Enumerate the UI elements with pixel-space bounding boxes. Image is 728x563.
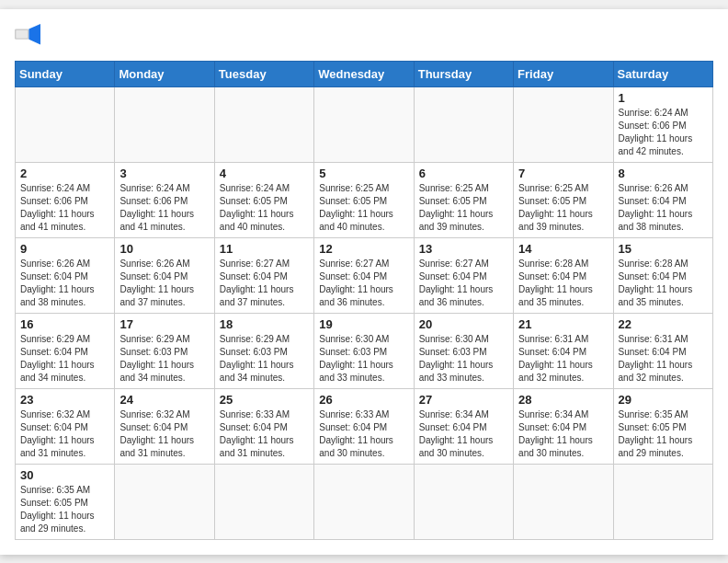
day-cell: 26Sunrise: 6:33 AM Sunset: 6:04 PM Dayli…	[314, 388, 414, 464]
day-cell: 11Sunrise: 6:27 AM Sunset: 6:04 PM Dayli…	[214, 237, 313, 313]
day-info: Sunrise: 6:35 AM Sunset: 6:05 PM Dayligh…	[20, 484, 109, 535]
day-cell: 29Sunrise: 6:35 AM Sunset: 6:05 PM Dayli…	[613, 388, 712, 464]
day-number: 15	[619, 242, 708, 256]
day-info: Sunrise: 6:27 AM Sunset: 6:04 PM Dayligh…	[319, 258, 408, 309]
day-info: Sunrise: 6:30 AM Sunset: 6:03 PM Dayligh…	[319, 333, 408, 385]
week-row-3: 9Sunrise: 6:26 AM Sunset: 6:04 PM Daylig…	[16, 237, 713, 313]
day-info: Sunrise: 6:32 AM Sunset: 6:04 PM Dayligh…	[119, 408, 209, 460]
day-cell: 25Sunrise: 6:33 AM Sunset: 6:04 PM Dayli…	[214, 388, 313, 464]
day-cell: 8Sunrise: 6:26 AM Sunset: 6:04 PM Daylig…	[613, 162, 712, 237]
calendar-container: SundayMondayTuesdayWednesdayThursdayFrid…	[0, 9, 728, 555]
day-number: 8	[619, 167, 708, 180]
day-info: Sunrise: 6:34 AM Sunset: 6:04 PM Dayligh…	[419, 408, 508, 460]
day-cell: 7Sunrise: 6:25 AM Sunset: 6:05 PM Daylig…	[514, 162, 613, 237]
day-info: Sunrise: 6:31 AM Sunset: 6:04 PM Dayligh…	[619, 333, 708, 385]
day-cell	[16, 86, 115, 162]
day-cell	[314, 86, 414, 162]
day-cell: 2Sunrise: 6:24 AM Sunset: 6:06 PM Daylig…	[16, 162, 115, 237]
day-info: Sunrise: 6:24 AM Sunset: 6:06 PM Dayligh…	[119, 182, 209, 234]
day-cell: 1Sunrise: 6:24 AM Sunset: 6:06 PM Daylig…	[613, 86, 712, 162]
week-row-4: 16Sunrise: 6:29 AM Sunset: 6:04 PM Dayli…	[16, 313, 713, 388]
day-number: 7	[518, 167, 608, 180]
day-info: Sunrise: 6:33 AM Sunset: 6:04 PM Dayligh…	[220, 408, 309, 460]
day-info: Sunrise: 6:28 AM Sunset: 6:04 PM Dayligh…	[518, 258, 608, 309]
day-cell: 15Sunrise: 6:28 AM Sunset: 6:04 PM Dayli…	[613, 237, 712, 313]
day-number: 22	[619, 317, 708, 331]
calendar-thead: SundayMondayTuesdayWednesdayThursdayFrid…	[16, 61, 713, 86]
weekday-header-monday: Monday	[115, 61, 214, 86]
day-info: Sunrise: 6:29 AM Sunset: 6:04 PM Dayligh…	[20, 333, 109, 385]
day-info: Sunrise: 6:24 AM Sunset: 6:06 PM Dayligh…	[619, 107, 708, 158]
day-cell	[613, 464, 712, 539]
day-cell	[514, 464, 613, 539]
day-number: 6	[419, 167, 508, 180]
svg-rect-2	[16, 30, 28, 38]
day-number: 30	[20, 468, 109, 482]
day-cell: 14Sunrise: 6:28 AM Sunset: 6:04 PM Dayli…	[514, 237, 613, 313]
day-number: 4	[220, 167, 309, 180]
week-row-1: 1Sunrise: 6:24 AM Sunset: 6:06 PM Daylig…	[16, 86, 713, 162]
day-cell: 27Sunrise: 6:34 AM Sunset: 6:04 PM Dayli…	[414, 388, 513, 464]
day-info: Sunrise: 6:29 AM Sunset: 6:03 PM Dayligh…	[220, 333, 309, 385]
day-info: Sunrise: 6:30 AM Sunset: 6:03 PM Dayligh…	[419, 333, 508, 385]
day-cell: 18Sunrise: 6:29 AM Sunset: 6:03 PM Dayli…	[214, 313, 313, 388]
day-number: 20	[419, 317, 508, 331]
day-cell	[214, 86, 313, 162]
day-cell	[115, 464, 214, 539]
day-cell: 22Sunrise: 6:31 AM Sunset: 6:04 PM Dayli…	[613, 313, 712, 388]
day-number: 3	[119, 167, 209, 180]
day-info: Sunrise: 6:35 AM Sunset: 6:05 PM Dayligh…	[619, 408, 708, 460]
day-cell: 30Sunrise: 6:35 AM Sunset: 6:05 PM Dayli…	[16, 464, 115, 539]
day-number: 12	[319, 242, 408, 256]
day-cell: 19Sunrise: 6:30 AM Sunset: 6:03 PM Dayli…	[314, 313, 414, 388]
day-info: Sunrise: 6:24 AM Sunset: 6:05 PM Dayligh…	[220, 182, 309, 234]
day-cell	[115, 86, 214, 162]
day-cell	[414, 86, 513, 162]
weekday-header-saturday: Saturday	[613, 61, 712, 86]
day-number: 1	[619, 91, 708, 105]
logo	[15, 24, 44, 50]
day-info: Sunrise: 6:33 AM Sunset: 6:04 PM Dayligh…	[319, 408, 408, 460]
day-number: 25	[220, 393, 309, 407]
day-cell: 6Sunrise: 6:25 AM Sunset: 6:05 PM Daylig…	[414, 162, 513, 237]
day-number: 14	[518, 242, 608, 256]
logo-icon	[15, 24, 40, 50]
day-cell	[414, 464, 513, 539]
day-info: Sunrise: 6:32 AM Sunset: 6:04 PM Dayligh…	[20, 408, 109, 460]
day-cell: 17Sunrise: 6:29 AM Sunset: 6:03 PM Dayli…	[115, 313, 214, 388]
weekday-header-wednesday: Wednesday	[314, 61, 414, 86]
weekday-header-thursday: Thursday	[414, 61, 513, 86]
weekday-header-sunday: Sunday	[16, 61, 115, 86]
day-number: 24	[119, 393, 209, 407]
day-cell	[514, 86, 613, 162]
day-info: Sunrise: 6:25 AM Sunset: 6:05 PM Dayligh…	[319, 182, 408, 234]
day-number: 23	[20, 393, 109, 407]
svg-marker-1	[28, 24, 40, 44]
day-cell: 12Sunrise: 6:27 AM Sunset: 6:04 PM Dayli…	[314, 237, 414, 313]
day-info: Sunrise: 6:25 AM Sunset: 6:05 PM Dayligh…	[419, 182, 508, 234]
day-cell: 16Sunrise: 6:29 AM Sunset: 6:04 PM Dayli…	[16, 313, 115, 388]
day-cell: 24Sunrise: 6:32 AM Sunset: 6:04 PM Dayli…	[115, 388, 214, 464]
day-cell: 5Sunrise: 6:25 AM Sunset: 6:05 PM Daylig…	[314, 162, 414, 237]
day-number: 27	[419, 393, 508, 407]
day-number: 19	[319, 317, 408, 331]
day-info: Sunrise: 6:27 AM Sunset: 6:04 PM Dayligh…	[220, 258, 309, 309]
weekday-header-tuesday: Tuesday	[214, 61, 313, 86]
day-number: 13	[419, 242, 508, 256]
day-info: Sunrise: 6:25 AM Sunset: 6:05 PM Dayligh…	[518, 182, 608, 234]
day-cell	[314, 464, 414, 539]
day-cell: 21Sunrise: 6:31 AM Sunset: 6:04 PM Dayli…	[514, 313, 613, 388]
day-info: Sunrise: 6:26 AM Sunset: 6:04 PM Dayligh…	[119, 258, 209, 309]
day-number: 11	[220, 242, 309, 256]
day-number: 5	[319, 167, 408, 180]
day-cell: 10Sunrise: 6:26 AM Sunset: 6:04 PM Dayli…	[115, 237, 214, 313]
day-number: 17	[119, 317, 209, 331]
day-number: 16	[20, 317, 109, 331]
calendar-table: SundayMondayTuesdayWednesdayThursdayFrid…	[15, 61, 713, 540]
day-cell: 23Sunrise: 6:32 AM Sunset: 6:04 PM Dayli…	[16, 388, 115, 464]
week-row-2: 2Sunrise: 6:24 AM Sunset: 6:06 PM Daylig…	[16, 162, 713, 237]
day-info: Sunrise: 6:29 AM Sunset: 6:03 PM Dayligh…	[119, 333, 209, 385]
day-number: 2	[20, 167, 109, 180]
day-cell: 3Sunrise: 6:24 AM Sunset: 6:06 PM Daylig…	[115, 162, 214, 237]
day-info: Sunrise: 6:28 AM Sunset: 6:04 PM Dayligh…	[619, 258, 708, 309]
